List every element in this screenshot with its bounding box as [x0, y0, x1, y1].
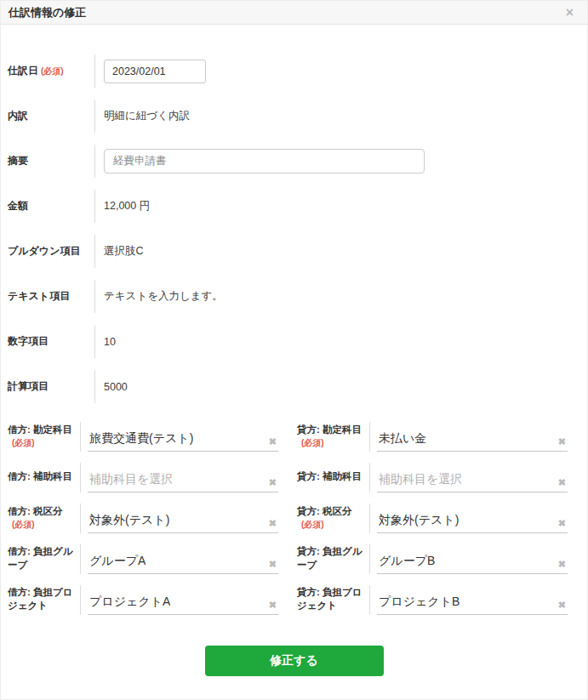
entry-row-group: 借方: 負担グループ グループA ✖ 貸方: 負担グループ グループB ✖ — [1, 538, 568, 579]
entry-row-subaccount: 借方: 補助科目 補助科目を選択 ✖ 貸方: 補助科目 補助科目を選択 ✖ — [1, 457, 568, 498]
journal-edit-modal: { "header": { "title": "仕訳情報の修正", "close… — [0, 0, 588, 700]
field-label-group: 仕訳日 (必須) — [1, 48, 94, 94]
field-value-area: プロジェクトB ✖ — [369, 585, 568, 615]
field-label: 数字項目 — [8, 334, 49, 349]
form-row-breakdown: 内訳 明細に紐づく内訳 — [1, 94, 587, 139]
debit-group-select[interactable]: グループA ✖ — [88, 554, 278, 574]
field-value-area: グループB ✖ — [369, 544, 568, 574]
clear-icon[interactable]: ✖ — [553, 478, 566, 487]
field-value-area: プロジェクトA ✖ — [80, 585, 278, 615]
debit-account-cell: 借方: 勘定科目 (必須) 旅費交通費(テスト) ✖ — [1, 416, 278, 457]
form-row-amount: 金額 12,000 円 — [1, 184, 587, 229]
placeholder-value: 補助科目を選択 — [379, 472, 462, 487]
field-value-area — [94, 145, 587, 178]
selected-value: 対象外(テスト) — [89, 513, 169, 528]
debit-project-select[interactable]: プロジェクトA ✖ — [88, 595, 278, 615]
field-label: 計算項目 — [8, 379, 49, 394]
credit-account-cell: 貸方: 勘定科目 (必須) 未払い金 ✖ — [290, 416, 568, 457]
clear-icon[interactable]: ✖ — [264, 560, 277, 569]
modal-header: 仕訳情報の修正 × — [1, 1, 587, 25]
entry-section: 借方: 勘定科目 (必須) 旅費交通費(テスト) ✖ 貸方: 勘定科目 (必須)… — [1, 409, 587, 620]
field-value-area: 10 — [94, 325, 587, 358]
field-label: 金額 — [8, 199, 28, 213]
required-badge: (必須) — [12, 437, 80, 449]
field-value-area: グループA ✖ — [80, 544, 278, 574]
field-label-group: 借方: 税区分 (必須) — [1, 498, 80, 538]
field-value-area: 対象外(テスト) ✖ — [369, 504, 568, 533]
field-label-group: 数字項目 — [1, 319, 94, 364]
field-label-group: 貸方: 負担グループ — [290, 538, 369, 579]
field-value-area: 対象外(テスト) ✖ — [80, 504, 278, 533]
amount-value: 12,000 円 — [104, 199, 150, 213]
field-label-group: プルダウン項目 — [1, 229, 94, 274]
credit-group-select[interactable]: グループB ✖ — [377, 554, 568, 574]
summary-input[interactable] — [104, 149, 425, 174]
clear-icon[interactable]: ✖ — [553, 437, 566, 447]
selected-value: 未払い金 — [379, 431, 426, 447]
selected-value: 旅費交通費(テスト) — [89, 431, 193, 447]
field-label-group: 借方: 補助科目 — [1, 457, 80, 498]
field-label-group: テキスト項目 — [1, 274, 94, 319]
entry-row-account: 借方: 勘定科目 (必須) 旅費交通費(テスト) ✖ 貸方: 勘定科目 (必須)… — [1, 416, 568, 457]
selected-value: 対象外(テスト) — [379, 513, 459, 528]
field-label: プルダウン項目 — [8, 244, 80, 259]
credit-tax-select[interactable]: 対象外(テスト) ✖ — [377, 513, 568, 533]
field-label: 借方: 補助科目 — [8, 470, 80, 484]
clear-icon[interactable]: ✖ — [264, 519, 277, 528]
close-icon[interactable]: × — [561, 6, 579, 20]
required-badge: (必須) — [301, 519, 369, 531]
form-row-journal-date: 仕訳日 (必須) — [1, 48, 587, 94]
credit-project-cell: 貸方: 負担プロジェクト プロジェクトB ✖ — [290, 579, 568, 620]
field-label-group: 内訳 — [1, 94, 94, 139]
credit-account-select[interactable]: 未払い金 ✖ — [377, 431, 568, 452]
clear-icon[interactable]: ✖ — [553, 519, 566, 528]
field-value-area: 補助科目を選択 ✖ — [80, 463, 278, 492]
submit-button[interactable]: 修正する — [205, 646, 384, 676]
field-label: 借方: 税区分 — [8, 505, 80, 519]
debit-subaccount-select[interactable]: 補助科目を選択 ✖ — [88, 472, 278, 492]
debit-subaccount-cell: 借方: 補助科目 補助科目を選択 ✖ — [1, 457, 278, 498]
credit-project-select[interactable]: プロジェクトB ✖ — [377, 595, 568, 615]
field-value-area — [94, 54, 587, 88]
field-value-area: 明細に紐づく内訳 — [94, 100, 587, 133]
field-label-group: 借方: 勘定科目 (必須) — [1, 416, 80, 457]
selected-value: プロジェクトA — [89, 595, 170, 610]
debit-tax-cell: 借方: 税区分 (必須) 対象外(テスト) ✖ — [1, 498, 278, 538]
field-label: 貸方: 勘定科目 — [297, 424, 369, 437]
clear-icon[interactable]: ✖ — [264, 437, 277, 447]
required-badge: (必須) — [301, 437, 369, 449]
field-value-area: 旅費交通費(テスト) ✖ — [80, 422, 278, 452]
submit-area: 修正する — [1, 646, 587, 676]
debit-project-cell: 借方: 負担プロジェクト プロジェクトA ✖ — [1, 579, 278, 620]
field-label-group: 貸方: 税区分 (必須) — [290, 498, 369, 538]
credit-group-cell: 貸方: 負担グループ グループB ✖ — [290, 538, 568, 579]
clear-icon[interactable]: ✖ — [264, 478, 277, 487]
field-value-area: 選択肢C — [94, 235, 587, 268]
clear-icon[interactable]: ✖ — [553, 600, 566, 610]
field-label: 貸方: 補助科目 — [297, 470, 369, 484]
placeholder-value: 補助科目を選択 — [89, 472, 173, 487]
field-label: テキスト項目 — [8, 289, 70, 304]
form-row-calc-item: 計算項目 5000 — [1, 364, 587, 409]
field-label: 貸方: 税区分 — [297, 505, 369, 519]
clear-icon[interactable]: ✖ — [264, 600, 277, 610]
journal-date-input[interactable] — [104, 60, 206, 83]
field-label-group: 借方: 負担グループ — [1, 538, 80, 579]
credit-subaccount-select[interactable]: 補助科目を選択 ✖ — [377, 472, 568, 492]
field-label-group: 摘要 — [1, 139, 94, 184]
clear-icon[interactable]: ✖ — [553, 560, 566, 569]
field-label: 借方: 負担プロジェクト — [8, 586, 80, 612]
field-label: 借方: 勘定科目 — [8, 424, 80, 437]
debit-account-select[interactable]: 旅費交通費(テスト) ✖ — [88, 431, 278, 452]
field-label: 貸方: 負担グループ — [297, 545, 369, 572]
modal-title: 仕訳情報の修正 — [9, 5, 86, 20]
field-value-area: 未払い金 ✖ — [369, 422, 568, 452]
credit-subaccount-cell: 貸方: 補助科目 補助科目を選択 ✖ — [290, 457, 568, 498]
debit-tax-select[interactable]: 対象外(テスト) ✖ — [88, 513, 278, 533]
selected-value: グループA — [89, 554, 146, 569]
required-badge: (必須) — [41, 65, 64, 77]
entry-row-project: 借方: 負担プロジェクト プロジェクトA ✖ 貸方: 負担プロジェクト プロジェ… — [1, 579, 568, 620]
field-label: 内訳 — [8, 109, 28, 123]
field-label-group: 借方: 負担プロジェクト — [1, 579, 80, 620]
breakdown-value: 明細に紐づく内訳 — [104, 109, 190, 123]
